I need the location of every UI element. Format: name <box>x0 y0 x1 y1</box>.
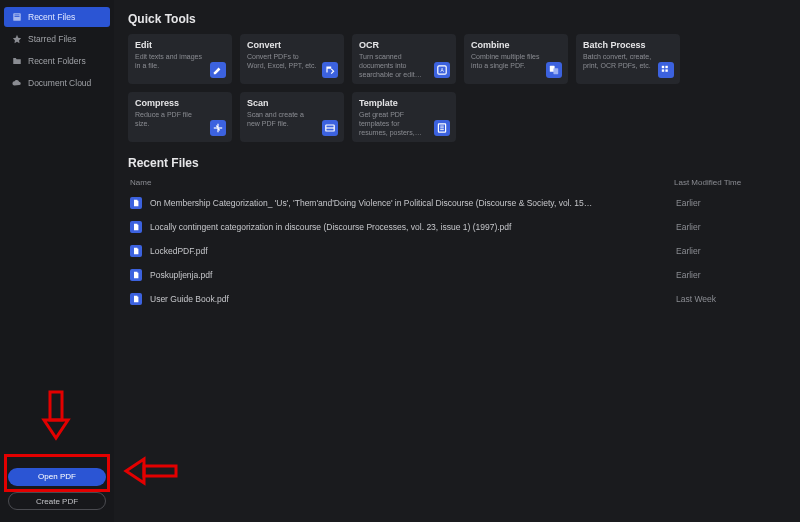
tool-desc: Convert PDFs to Word, Excel, PPT, etc. <box>247 52 317 70</box>
tool-desc: Edit texts and images in a file. <box>135 52 205 70</box>
tool-card-edit[interactable]: EditEdit texts and images in a file. <box>128 34 232 84</box>
svg-rect-10 <box>665 69 667 71</box>
convert-icon <box>322 62 338 78</box>
tool-title: Edit <box>135 40 225 50</box>
quick-tools-title: Quick Tools <box>128 12 786 26</box>
tool-card-compress[interactable]: CompressReduce a PDF file size. <box>128 92 232 142</box>
svg-rect-13 <box>326 127 334 128</box>
tool-card-ocr[interactable]: OCRTurn scanned documents into searchabl… <box>352 34 456 84</box>
edit-icon <box>210 62 226 78</box>
sidebar-item-recent-folders[interactable]: Recent Folders <box>4 51 110 71</box>
pdf-file-icon <box>130 293 142 305</box>
create-pdf-button[interactable]: Create PDF <box>8 492 106 510</box>
svg-rect-7 <box>662 66 664 68</box>
file-row[interactable]: Poskupljenja.pdfEarlier <box>128 263 786 287</box>
sidebar: Recent Files Starred Files Recent Folder… <box>0 0 114 522</box>
tool-title: Batch Process <box>583 40 673 50</box>
tool-title: Combine <box>471 40 561 50</box>
sidebar-item-label: Recent Folders <box>28 56 86 66</box>
sidebar-item-label: Starred Files <box>28 34 76 44</box>
file-time: Earlier <box>676 246 786 256</box>
tool-title: Scan <box>247 98 337 108</box>
svg-text:A: A <box>440 68 444 73</box>
svg-rect-17 <box>440 129 444 130</box>
file-name: Locally contingent categorization in dis… <box>150 222 676 232</box>
compress-icon <box>210 120 226 136</box>
sidebar-item-recent-files[interactable]: Recent Files <box>4 7 110 27</box>
tool-card-batch-process[interactable]: Batch ProcessBatch convert, create, prin… <box>576 34 680 84</box>
sidebar-item-label: Document Cloud <box>28 78 91 88</box>
tool-card-scan[interactable]: ScanScan and create a new PDF file. <box>240 92 344 142</box>
pdf-file-icon <box>130 197 142 209</box>
batch-icon <box>658 62 674 78</box>
file-name: LockedPDF.pdf <box>150 246 676 256</box>
tool-card-combine[interactable]: CombineCombine multiple files into a sin… <box>464 34 568 84</box>
svg-rect-6 <box>553 68 558 74</box>
main-panel: Quick Tools EditEdit texts and images in… <box>114 0 800 522</box>
sidebar-item-starred-files[interactable]: Starred Files <box>4 29 110 49</box>
svg-rect-9 <box>662 69 664 71</box>
sidebar-item-label: Recent Files <box>28 12 75 22</box>
sidebar-item-document-cloud[interactable]: Document Cloud <box>4 73 110 93</box>
star-icon <box>12 34 22 44</box>
tool-desc: Scan and create a new PDF file. <box>247 110 317 128</box>
file-time: Earlier <box>676 198 786 208</box>
template-icon <box>434 120 450 136</box>
svg-rect-2 <box>15 16 20 17</box>
file-name: On Membership Categorization_ 'Us', 'The… <box>150 198 676 208</box>
tool-title: Template <box>359 98 449 108</box>
ocr-icon: A <box>434 62 450 78</box>
svg-rect-8 <box>665 66 667 68</box>
svg-rect-15 <box>440 126 444 127</box>
file-name: Poskupljenja.pdf <box>150 270 676 280</box>
pdf-file-icon <box>130 245 142 257</box>
tool-desc: Combine multiple files into a single PDF… <box>471 52 541 70</box>
tool-title: Convert <box>247 40 337 50</box>
svg-rect-16 <box>440 127 444 128</box>
tool-desc: Reduce a PDF file size. <box>135 110 205 128</box>
file-time: Last Week <box>676 294 786 304</box>
cloud-icon <box>12 78 22 88</box>
svg-rect-1 <box>15 15 20 16</box>
file-row[interactable]: On Membership Categorization_ 'Us', 'The… <box>128 191 786 215</box>
open-pdf-button[interactable]: Open PDF <box>8 468 106 486</box>
combine-icon <box>546 62 562 78</box>
file-row[interactable]: User Guide Book.pdfLast Week <box>128 287 786 311</box>
tool-desc: Batch convert, create, print, OCR PDFs, … <box>583 52 653 70</box>
file-time: Earlier <box>676 270 786 280</box>
tool-title: OCR <box>359 40 449 50</box>
recent-files-list: On Membership Categorization_ 'Us', 'The… <box>128 191 786 311</box>
column-name: Name <box>130 178 674 187</box>
folder-icon <box>12 56 22 66</box>
file-row[interactable]: LockedPDF.pdfEarlier <box>128 239 786 263</box>
tool-card-convert[interactable]: ConvertConvert PDFs to Word, Excel, PPT,… <box>240 34 344 84</box>
tool-desc: Get great PDF templates for resumes, pos… <box>359 110 429 137</box>
pdf-file-icon <box>130 269 142 281</box>
column-time: Last Modified Time <box>674 178 784 187</box>
tool-desc: Turn scanned documents into searchable o… <box>359 52 429 79</box>
tool-title: Compress <box>135 98 225 108</box>
svg-rect-11 <box>214 127 222 128</box>
scan-icon <box>322 120 338 136</box>
file-row[interactable]: Locally contingent categorization in dis… <box>128 215 786 239</box>
recent-icon <box>12 12 22 22</box>
pdf-file-icon <box>130 221 142 233</box>
file-time: Earlier <box>676 222 786 232</box>
quick-tools-grid: EditEdit texts and images in a file.Conv… <box>128 34 786 142</box>
files-header: Name Last Modified Time <box>128 178 786 191</box>
tool-card-template[interactable]: TemplateGet great PDF templates for resu… <box>352 92 456 142</box>
file-name: User Guide Book.pdf <box>150 294 676 304</box>
recent-files-title: Recent Files <box>128 156 786 170</box>
